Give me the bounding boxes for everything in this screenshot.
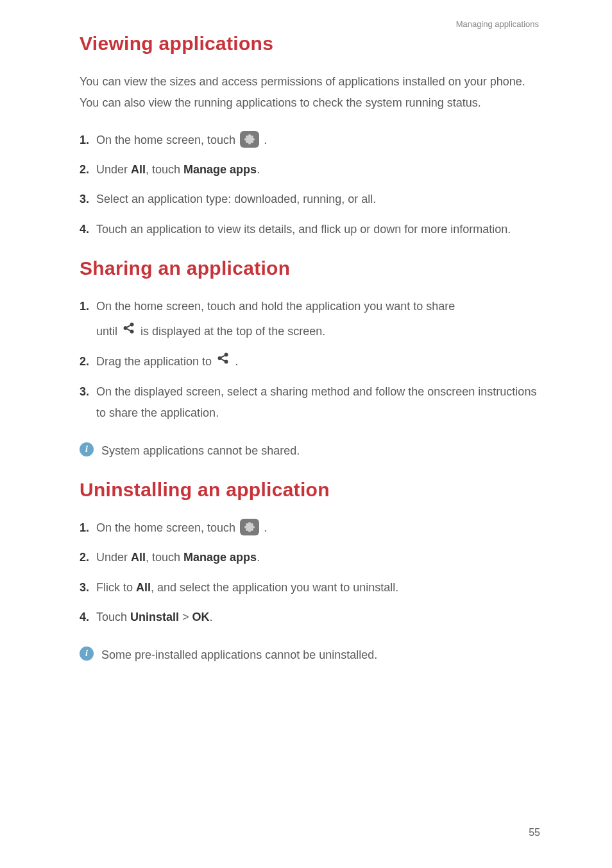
step-item: On the home screen, touch . [80,517,539,538]
svg-point-5 [219,357,221,360]
step-text: . [264,134,267,146]
section-title-sharing: Sharing an application [80,257,539,279]
intro-paragraph: You can view the sizes and access permis… [80,71,539,114]
section-title-uninstalling: Uninstalling an application [80,479,539,501]
step-subline: until is displayed at the top of the scr… [96,321,539,342]
step-text: . [210,611,213,623]
info-icon: i [80,647,94,661]
note-text: Some pre-installed applications cannot b… [101,645,377,665]
info-note: i System applications cannot be shared. [80,441,539,461]
step-item: Under All, touch Manage apps. [80,159,539,180]
step-item: Flick to All, and select the application… [80,577,539,598]
info-note: i Some pre-installed applications cannot… [80,645,539,665]
bold-manage-apps: Manage apps [183,163,257,176]
step-text: Under [96,163,131,176]
svg-point-1 [131,323,133,326]
page-container: Managing applications Viewing applicatio… [0,0,612,868]
step-text: Touch [96,611,130,623]
info-icon: i [80,442,94,456]
svg-line-9 [221,359,225,361]
step-item: Under All, touch Manage apps. [80,547,539,568]
step-text: Flick to [96,581,136,594]
bold-ok: OK [192,611,210,623]
share-icon [122,321,136,342]
steps-sharing: On the home screen, touch and hold the a… [80,296,539,423]
step-text: , and select the application you want to… [151,581,398,594]
page-header: Managing applications [80,19,539,29]
step-text: . [235,355,238,368]
step-text: is displayed at the top of the screen. [140,325,325,338]
step-text: . [257,163,260,176]
settings-icon [240,519,259,535]
svg-point-6 [225,354,228,356]
step-text: Drag the application to [96,355,215,368]
step-item: Touch Uninstall > OK. [80,607,539,627]
step-item: Select an application type: downloaded, … [80,189,539,209]
step-text: , touch [146,163,183,176]
step-item: On the home screen, touch . [80,130,539,150]
steps-viewing: On the home screen, touch . Under All, t… [80,130,539,240]
step-text: . [264,521,267,534]
bold-all: All [131,551,146,564]
step-item: On the home screen, touch and hold the a… [80,296,539,342]
share-icon [216,351,230,372]
step-item: Drag the application to . [80,351,539,372]
bold-manage-apps: Manage apps [183,551,257,564]
bold-uninstall: Uninstall [130,611,179,623]
svg-point-7 [225,361,228,363]
step-text: On the home screen, touch [96,134,239,146]
note-text: System applications cannot be shared. [101,441,300,461]
step-text: Under [96,551,131,564]
svg-line-4 [126,329,130,331]
svg-point-2 [131,330,133,333]
bold-all: All [131,163,146,176]
step-text: On the home screen, touch and hold the a… [96,300,455,313]
step-text: , touch [146,551,183,564]
svg-line-3 [126,325,130,327]
step-text: . [257,551,260,564]
steps-uninstalling: On the home screen, touch . Under All, t… [80,517,539,628]
settings-icon [240,131,259,148]
step-text: until [96,325,121,338]
bold-all: All [136,581,151,594]
step-item: On the displayed screen, select a sharin… [80,381,539,423]
step-item: Touch an application to view its details… [80,219,539,239]
svg-point-0 [124,327,127,329]
section-title-viewing: Viewing applications [80,33,539,55]
step-text: On the home screen, touch [96,521,239,534]
svg-line-8 [221,355,225,358]
path-separator: > [182,611,189,623]
page-number: 55 [529,827,540,838]
